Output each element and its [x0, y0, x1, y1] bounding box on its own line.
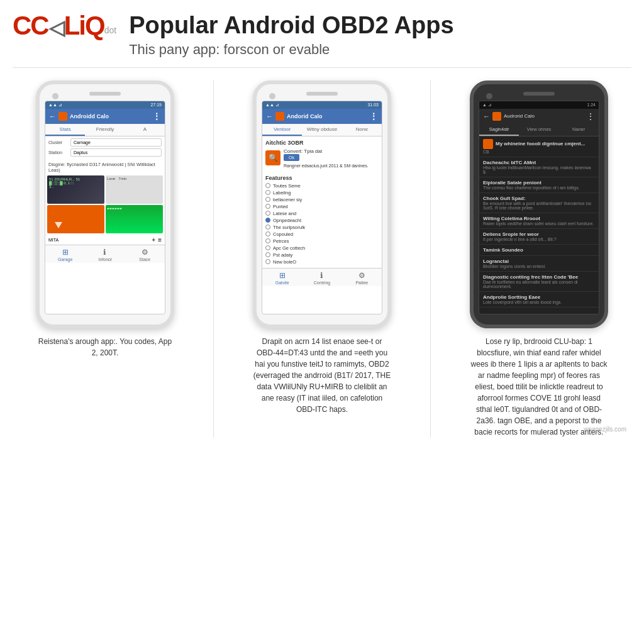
menu-icon-right[interactable]: ⋮ [586, 111, 595, 121]
nav-infonol[interactable]: ℹ Infonol [85, 248, 125, 262]
nav-patlee[interactable]: ⚙ Patlee [342, 271, 382, 285]
img-overlay: 51 Z0URHLR... 51▓░▒░▓ 0, 1 □3... [47, 175, 104, 204]
list-item-9[interactable]: Andprolie Sortting Eaee Lote covenpord v… [479, 292, 599, 308]
tab-extra-left[interactable]: A [125, 124, 165, 136]
dialog-ok-button[interactable]: Ok [284, 154, 299, 161]
logo: CC◁LiQ dot [13, 13, 116, 39]
tab-friendly[interactable]: Friendly [85, 124, 125, 136]
nav-stace[interactable]: ⚙ Stace [125, 248, 165, 262]
logo-text: CC◁LiQ [13, 13, 104, 39]
bottom-nav-left: ⊞ Garage ℹ Infonol ⚙ Stace [45, 245, 165, 263]
feature-7[interactable]: Copouled [265, 231, 379, 237]
tab-sagin4str[interactable]: Sagin4str [479, 124, 519, 136]
feature-label-3: Punted [273, 204, 288, 209]
tab-ventoor[interactable]: Ventoor [262, 124, 302, 136]
list-item-5-title: Deliens Srople fer weor [483, 231, 595, 237]
back-icon-middle[interactable]: ← [266, 113, 273, 120]
caption-left: Reistena's arough app:. You codes, App 2… [36, 336, 174, 358]
main-content: ▲▲ ⊿ 27:19 ← Androidd Calo ⋮ Stats Frien… [13, 80, 631, 438]
radio-9[interactable] [265, 245, 270, 250]
page-header: CC◁LiQ dot Popular Android OBD2 Apps Thi… [13, 13, 631, 68]
app-icon-right [492, 112, 501, 121]
menu-icon-left[interactable]: ⋮ [152, 111, 161, 121]
patlee-icon: ⚙ [342, 271, 382, 280]
station-select[interactable]: Daptus [70, 148, 162, 157]
field-cluster: Cluster Carnage Station Daptus [45, 136, 165, 160]
time-middle: 31:03 [367, 103, 379, 108]
radio-11[interactable] [265, 259, 270, 264]
phone-left: ▲▲ ⊿ 27:19 ← Androidd Calo ⋮ Stats Frien… [36, 80, 174, 328]
phone-middle: ▲▲ ⊿ 31:03 ← Andorid Calo ⋮ Ventoor Witn… [253, 80, 391, 328]
list-item-0[interactable]: My whinelne foooli digntnue cmjent... CB [479, 136, 599, 157]
add-icon-left[interactable]: + [152, 236, 155, 243]
list-item-3[interactable]: Chook Gult Spad: Be emount live with a p… [479, 193, 599, 213]
feature-10[interactable]: Pst adaty [265, 252, 379, 258]
list-item-5[interactable]: Deliens Srople fer weor It per ingerlecl… [479, 229, 599, 245]
toolbar-title-left: Androidd Calo [70, 113, 109, 119]
feature-5[interactable]: Opnpedeacht [265, 218, 379, 223]
image-grid-left: 51 Z0URHLR... 51▓░▒░▓ 0, 1 □3... Lane 7m… [45, 174, 165, 235]
feature-label-5: Opnpedeacht [273, 218, 301, 223]
img-orange [47, 205, 104, 233]
radio-4[interactable] [265, 211, 270, 216]
list-item-8[interactable]: Diagnostic contiing frec ltten Code 'Bee… [479, 272, 599, 292]
list-item-4-title: Wilting Coletima Rrooot [483, 216, 595, 221]
feature-1[interactable]: Labeling [265, 190, 379, 196]
feature-2[interactable]: betlacener siy [265, 197, 379, 203]
radio-2[interactable] [265, 197, 270, 202]
nav-infonol-label: Infonol [98, 257, 111, 262]
page-title: Popular Android OBD2 Apps [129, 13, 631, 39]
tab-none[interactable]: None [342, 124, 382, 136]
radio-7[interactable] [265, 231, 270, 236]
list-item-1[interactable]: Dacheachc bITC AMnt Htw-ig luclei lndlbu… [479, 157, 599, 177]
nav-garage[interactable]: ⊞ Garage [45, 248, 85, 262]
feature-label-8: Petrces [273, 238, 289, 244]
feature-6[interactable]: The suripsorulk [265, 225, 379, 230]
tabs-left: Stats Friendly A [45, 124, 165, 136]
feature-11[interactable]: New boleO [265, 259, 379, 265]
back-icon-right[interactable]: ← [483, 113, 490, 120]
list-item-5-sub: It per ingerlecle n line a oltd oft... B… [483, 237, 595, 242]
list-item-0-icon [483, 139, 493, 149]
dialog-search-icon: 🔍 [265, 150, 280, 165]
radio-1[interactable] [265, 190, 270, 195]
list-item-0-title: My whinelne foooli digntnue cmjent... [496, 141, 585, 147]
tab-stats[interactable]: Stats [45, 124, 85, 136]
feature-4[interactable]: Latese and [265, 211, 379, 216]
img-charts: ▰▰▰▰▰▰ [106, 205, 163, 233]
app-icon-middle [275, 112, 284, 121]
radio-10[interactable] [265, 252, 270, 257]
nav-garage-label: Garage [58, 257, 72, 262]
radio-3[interactable] [265, 204, 270, 209]
menu-icon-middle[interactable]: ⋮ [369, 111, 378, 121]
feature-3[interactable]: Punted [265, 204, 379, 209]
feature-label-10: Pst adaty [273, 252, 292, 258]
radio-5-selected[interactable] [265, 218, 270, 223]
tab-view-ohnes[interactable]: View ohnes [519, 124, 558, 136]
list-item-6-title: Tamink Soundeo [483, 247, 595, 253]
list-item-8-title: Diagnostic contiing frec ltten Code 'Bee [483, 274, 595, 280]
cluster-select[interactable]: Carnage [70, 138, 162, 147]
radio-0[interactable] [265, 183, 270, 188]
list-item-6[interactable]: Tamink Soundeo [479, 245, 599, 256]
list-item-2[interactable]: Eiploralle Satale peniont The cornsu flo… [479, 177, 599, 193]
feature-9[interactable]: Apc Ge cottech [265, 245, 379, 251]
nav-galvite[interactable]: ⊞ Galvite [262, 271, 302, 285]
list-icon-left[interactable]: ≡ [158, 236, 162, 243]
toolbar-right: ← Audrorid Calo ⋮ [479, 109, 599, 124]
caption-right: Lose ry lip, brdrooid CLU-bap: 1 blocsfi… [470, 336, 608, 438]
dialog-sub-text: Rangner edsacius.junt 2011 & SM danines. [284, 164, 369, 168]
feature-0[interactable]: Toutes Seme [265, 183, 379, 189]
radio-8[interactable] [265, 238, 270, 243]
list-item-4[interactable]: Wilting Coletima Rrooot Raten lojels oed… [479, 213, 599, 229]
radio-6[interactable] [265, 225, 270, 230]
feature-8[interactable]: Petrces [265, 238, 379, 244]
list-item-0-header: My whinelne foooli digntnue cmjent... [483, 139, 595, 149]
back-icon-left[interactable]: ← [49, 113, 56, 120]
tab-naner[interactable]: Naner [559, 124, 599, 136]
mita-label: MITA [48, 238, 58, 242]
nav-contring[interactable]: ℹ Contring [302, 271, 341, 285]
list-item-4-sub: Raten lojels oedt/he dram sofel wiseu cl… [483, 221, 595, 226]
list-item-7[interactable]: Logranctai Blostiier ingons cionls an en… [479, 256, 599, 272]
tab-witny[interactable]: Witny obduse [302, 124, 341, 136]
